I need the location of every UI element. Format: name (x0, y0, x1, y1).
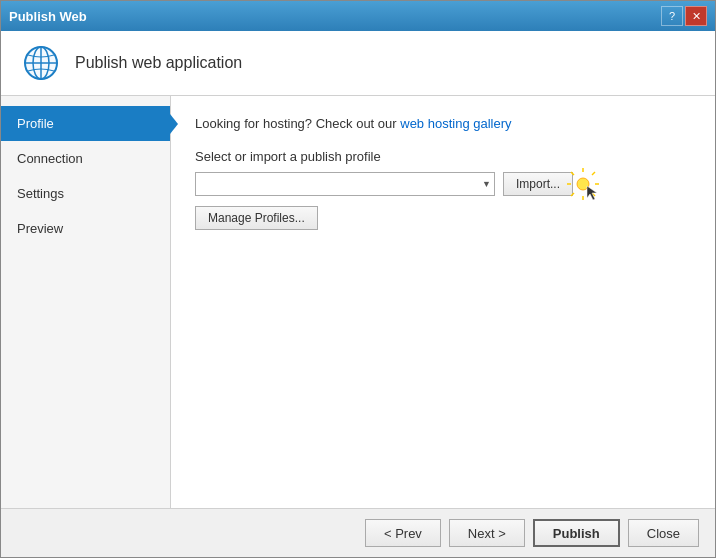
hosting-text: Looking for hosting? Check out our (195, 116, 400, 131)
import-container: Import... (503, 172, 573, 196)
next-button[interactable]: Next > (449, 519, 525, 547)
hosting-link-section: Looking for hosting? Check out our web h… (195, 116, 691, 131)
profile-select[interactable] (195, 172, 495, 196)
window-close-button[interactable]: ✕ (685, 6, 707, 26)
sidebar-item-preview[interactable]: Preview (1, 211, 170, 246)
sidebar-item-connection[interactable]: Connection (1, 141, 170, 176)
sidebar: Profile Connection Settings Preview (1, 96, 171, 508)
dialog-header-title: Publish web application (75, 54, 242, 72)
svg-line-12 (592, 172, 595, 175)
publish-button[interactable]: Publish (533, 519, 620, 547)
title-bar-controls: ? ✕ (661, 6, 707, 26)
sidebar-item-profile[interactable]: Profile (1, 106, 170, 141)
prev-button[interactable]: < Prev (365, 519, 441, 547)
manage-profiles-button[interactable]: Manage Profiles... (195, 206, 318, 230)
svg-line-11 (592, 193, 595, 196)
content-area: Looking for hosting? Check out our web h… (171, 96, 715, 508)
import-button[interactable]: Import... (503, 172, 573, 196)
main-content: Profile Connection Settings Preview Look… (1, 96, 715, 508)
svg-marker-14 (587, 186, 597, 200)
dialog-footer: < Prev Next > Publish Close (1, 508, 715, 557)
dialog-header: Publish web application (1, 31, 715, 96)
publish-web-dialog: Publish Web ? ✕ Publish web application … (0, 0, 716, 558)
profile-select-wrapper (195, 172, 495, 196)
manage-profiles-row: Manage Profiles... (195, 206, 691, 230)
sidebar-item-settings[interactable]: Settings (1, 176, 170, 211)
window-title: Publish Web (9, 9, 87, 24)
profile-row: Import... (195, 172, 691, 196)
close-button[interactable]: Close (628, 519, 699, 547)
select-label: Select or import a publish profile (195, 149, 691, 164)
svg-point-5 (577, 178, 589, 190)
svg-point-4 (25, 47, 57, 79)
web-hosting-gallery-link[interactable]: web hosting gallery (400, 116, 511, 131)
globe-icon (21, 43, 61, 83)
title-bar: Publish Web ? ✕ (1, 1, 715, 31)
help-button[interactable]: ? (661, 6, 683, 26)
